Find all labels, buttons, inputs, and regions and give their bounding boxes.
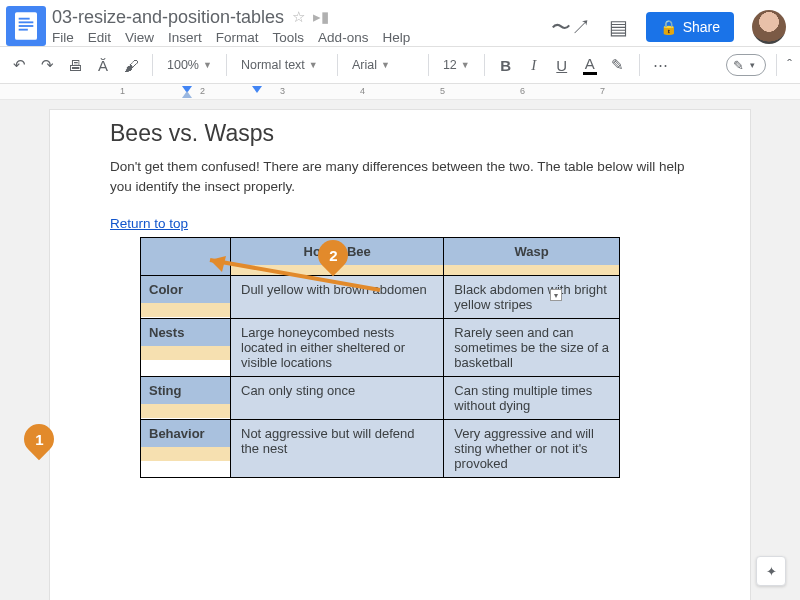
- svg-line-5: [210, 260, 380, 290]
- cell-bee-behavior[interactable]: Not aggressive but will defend the nest: [231, 419, 444, 477]
- font-family-dropdown[interactable]: Arial▼: [348, 56, 418, 74]
- menu-file[interactable]: File: [52, 30, 74, 45]
- table-header-wasp[interactable]: Wasp: [444, 237, 620, 275]
- menu-tools[interactable]: Tools: [273, 30, 305, 45]
- annotation-marker-2: 2: [318, 240, 350, 274]
- zoom-dropdown[interactable]: 100%▼: [163, 56, 216, 74]
- activity-icon[interactable]: 〜↗: [551, 14, 591, 41]
- svg-rect-3: [19, 25, 34, 27]
- menu-format[interactable]: Format: [216, 30, 259, 45]
- svg-rect-1: [19, 18, 30, 20]
- bold-button[interactable]: B: [495, 52, 517, 78]
- intro-paragraph[interactable]: Don't get them confused! There are many …: [110, 157, 690, 198]
- annotation-marker-1: 1: [24, 424, 56, 458]
- document-page[interactable]: Bees vs. Wasps Don't get them confused! …: [50, 110, 750, 600]
- explore-button[interactable]: ✦: [756, 556, 786, 586]
- editing-mode-dropdown[interactable]: ✎ ▾: [726, 54, 766, 76]
- account-avatar[interactable]: [752, 10, 786, 44]
- row-label-behavior[interactable]: Behavior: [141, 419, 231, 477]
- menu-addons[interactable]: Add-ons: [318, 30, 368, 45]
- share-label: Share: [683, 19, 720, 35]
- hide-menus-icon[interactable]: ˆ: [787, 57, 792, 73]
- row-label-sting[interactable]: Sting: [141, 376, 231, 419]
- row-label-nests[interactable]: Nests: [141, 318, 231, 376]
- move-folder-icon[interactable]: ▸▮: [313, 8, 329, 26]
- cell-wasp-sting[interactable]: Can sting multiple times without dying: [444, 376, 620, 419]
- underline-button[interactable]: U: [551, 52, 573, 78]
- star-icon[interactable]: ☆: [292, 8, 305, 26]
- return-to-top-link[interactable]: Return to top: [110, 216, 188, 231]
- svg-rect-2: [19, 21, 34, 23]
- italic-button[interactable]: I: [523, 52, 545, 78]
- menu-edit[interactable]: Edit: [88, 30, 111, 45]
- cell-bee-sting[interactable]: Can only sting once: [231, 376, 444, 419]
- spellcheck-icon[interactable]: Ă: [92, 52, 114, 78]
- text-color-button[interactable]: A: [579, 52, 601, 78]
- menu-bar: File Edit View Insert Format Tools Add-o…: [52, 30, 551, 45]
- docs-logo-icon[interactable]: [6, 6, 46, 46]
- paragraph-style-dropdown[interactable]: Normal text▼: [237, 56, 327, 74]
- cell-bee-nests[interactable]: Large honeycombed nests located in eithe…: [231, 318, 444, 376]
- document-title[interactable]: 03-resize-and-position-tables: [52, 7, 284, 28]
- lock-icon: 🔒: [660, 19, 677, 35]
- print-icon[interactable]: 🖶: [64, 52, 86, 78]
- horizontal-ruler[interactable]: 1 2 3 4 5 6 7: [0, 84, 800, 100]
- paint-format-icon[interactable]: 🖌: [120, 52, 142, 78]
- heading[interactable]: Bees vs. Wasps: [110, 120, 690, 147]
- redo-icon[interactable]: ↷: [36, 52, 58, 78]
- document-canvas[interactable]: Bees vs. Wasps Don't get them confused! …: [0, 100, 800, 600]
- title-bar: 03-resize-and-position-tables ☆ ▸▮ File …: [0, 0, 800, 46]
- highlight-color-button[interactable]: ✎: [607, 52, 629, 78]
- cell-wasp-behavior[interactable]: Very aggressive and will sting whether o…: [444, 419, 620, 477]
- svg-rect-4: [19, 29, 28, 31]
- menu-help[interactable]: Help: [382, 30, 410, 45]
- table-handle-icon[interactable]: ▾: [550, 289, 562, 301]
- font-size-dropdown[interactable]: 12▼: [439, 56, 474, 74]
- menu-view[interactable]: View: [125, 30, 154, 45]
- cell-wasp-color[interactable]: Black abdomen with bright yellow stripes: [444, 275, 620, 318]
- annotation-arrow-icon: [190, 250, 390, 300]
- more-tools-icon[interactable]: ⋯: [650, 52, 672, 78]
- undo-icon[interactable]: ↶: [8, 52, 30, 78]
- menu-insert[interactable]: Insert: [168, 30, 202, 45]
- comments-icon[interactable]: ▤: [609, 15, 628, 39]
- share-button[interactable]: 🔒 Share: [646, 12, 734, 42]
- toolbar: ↶ ↷ 🖶 Ă 🖌 100%▼ Normal text▼ Arial▼ 12▼ …: [0, 46, 800, 84]
- cell-wasp-nests[interactable]: Rarely seen and can sometimes be the siz…: [444, 318, 620, 376]
